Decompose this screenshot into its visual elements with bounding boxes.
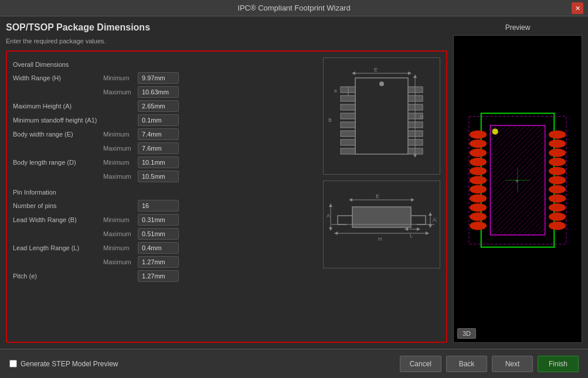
field-row-pitch: Pitch (e) 1.27mm (13, 270, 317, 282)
value-body-length-min[interactable]: 10.1mm (138, 156, 179, 168)
field-name-max-height: Maximum Height (A) (13, 103, 101, 110)
svg-point-67 (549, 130, 566, 139)
svg-point-77 (549, 222, 566, 230)
back-button[interactable]: Back (446, 356, 487, 372)
value-max-height[interactable]: 2.65mm (138, 100, 179, 112)
svg-rect-0 (355, 78, 408, 154)
svg-point-68 (549, 139, 566, 148)
generate-step-checkbox[interactable] (9, 360, 17, 367)
label-minimum-1: Minimum (103, 74, 135, 81)
svg-text:L: L (410, 233, 413, 239)
field-row-body-width-min: Body width range (E) Minimum 7.4mm (13, 128, 317, 141)
value-body-length-max[interactable]: 10.5mm (138, 171, 179, 182)
cancel-button[interactable]: Cancel (400, 356, 441, 372)
svg-marker-32 (349, 198, 352, 202)
label-maximum-5: Maximum (103, 258, 135, 265)
title-bar-text: IPC® Compliant Footprint Wizard (237, 4, 350, 12)
svg-point-59 (470, 158, 487, 166)
field-name-pitch: Pitch (e) (13, 273, 101, 280)
svg-rect-3 (341, 96, 355, 101)
svg-marker-41 (329, 227, 332, 231)
value-lead-length-min[interactable]: 0.4mm (138, 242, 179, 254)
svg-rect-6 (341, 122, 355, 128)
field-row-lead-length-min: Lead Length Range (L) Minimum 0.4mm (13, 241, 317, 254)
svg-point-61 (470, 176, 487, 185)
svg-text:H: H (378, 236, 382, 242)
field-row-body-width-max: Maximum 7.6mm (13, 142, 317, 155)
page-subtitle: Enter the required package values. (6, 38, 447, 45)
field-row-num-pins: Number of pins 16 (13, 199, 317, 212)
value-lead-width-max[interactable]: 0.51mm (138, 228, 179, 240)
side-view-svg: E H A A1 (326, 183, 437, 265)
svg-text:A1: A1 (433, 217, 437, 223)
left-panel: SOP/TSOP Package Dimensions Enter the re… (6, 22, 447, 343)
diagram-side-view: E H A A1 (323, 181, 440, 268)
svg-marker-23 (413, 74, 417, 78)
form-fields: Overall Dimensions Width Range (H) Minim… (13, 57, 317, 336)
diagram-top-view: E D e B (323, 57, 440, 175)
finish-button[interactable]: Finish (538, 356, 579, 372)
value-body-width-max[interactable]: 7.6mm (138, 142, 179, 154)
svg-point-56 (470, 130, 487, 139)
svg-marker-33 (411, 198, 414, 202)
field-row-lead-length-max: Maximum 1.27mm (13, 256, 317, 268)
svg-point-1 (379, 81, 384, 86)
svg-rect-5 (341, 113, 355, 119)
svg-point-58 (470, 149, 487, 158)
svg-marker-48 (405, 227, 408, 231)
btn-3d[interactable]: 3D (457, 328, 476, 339)
svg-rect-8 (341, 139, 355, 145)
svg-point-73 (549, 185, 566, 194)
close-button[interactable]: ✕ (572, 2, 583, 14)
value-pitch[interactable]: 1.27mm (138, 270, 179, 282)
svg-point-57 (470, 139, 487, 148)
top-view-svg: E D e B (326, 60, 437, 172)
svg-point-71 (549, 167, 566, 176)
value-num-pins[interactable]: 16 (138, 200, 179, 212)
value-width-max[interactable]: 10.63mm (138, 86, 179, 98)
svg-marker-36 (334, 231, 338, 235)
bottom-buttons: Cancel Back Next Finish (400, 356, 579, 372)
svg-point-75 (549, 203, 566, 212)
next-button[interactable]: Next (492, 356, 533, 372)
value-standoff[interactable]: 0.1mm (138, 114, 179, 126)
svg-point-72 (549, 176, 566, 185)
value-body-width-min[interactable]: 7.4mm (138, 128, 179, 140)
label-maximum-2: Maximum (103, 145, 135, 152)
label-minimum-4: Minimum (103, 216, 135, 223)
form-panel: Overall Dimensions Width Range (H) Minim… (6, 50, 447, 343)
svg-marker-20 (408, 71, 412, 75)
field-name-lead-width: Lead Width Range (B) (13, 216, 101, 223)
svg-rect-9 (341, 148, 355, 154)
value-lead-width-min[interactable]: 0.31mm (138, 214, 179, 226)
preview-label: Preview (453, 22, 582, 33)
field-row-lead-width-min: Lead Width Range (B) Minimum 0.31mm (13, 213, 317, 226)
svg-point-76 (549, 213, 566, 222)
field-row-standoff: Minimum standoff height (A1) 0.1mm (13, 114, 317, 127)
svg-text:E: E (376, 193, 379, 199)
svg-marker-40 (329, 203, 332, 207)
svg-marker-19 (352, 71, 355, 75)
svg-text:✦: ✦ (515, 178, 519, 184)
label-maximum-4: Maximum (103, 230, 135, 237)
field-row-body-length-max: Maximum 10.5mm (13, 170, 317, 183)
label-minimum-5: Minimum (103, 244, 135, 251)
pcb-preview-svg: ✦ (454, 36, 582, 325)
label-minimum-3: Minimum (103, 159, 135, 166)
svg-point-66 (470, 222, 487, 230)
field-row-body-length-min: Body length range (D) Minimum 10.1mm (13, 156, 317, 169)
right-panel: Preview (453, 22, 582, 343)
field-name-width: Width Range (H) (13, 74, 101, 81)
svg-point-60 (470, 167, 487, 176)
svg-text:B: B (328, 117, 332, 123)
svg-point-70 (549, 158, 566, 166)
svg-point-74 (549, 194, 566, 203)
label-maximum-3: Maximum (103, 173, 135, 180)
value-lead-length-max[interactable]: 1.27mm (138, 256, 179, 268)
value-width-min[interactable]: 9.97mm (138, 72, 179, 84)
section-overall: Overall Dimensions (13, 61, 317, 68)
svg-point-63 (470, 194, 487, 203)
bottom-bar: Generate STEP Model Preview Cancel Back … (0, 349, 588, 378)
title-bar: IPC® Compliant Footprint Wizard ✕ (0, 0, 588, 16)
field-name-body-length: Body length range (D) (13, 159, 101, 166)
